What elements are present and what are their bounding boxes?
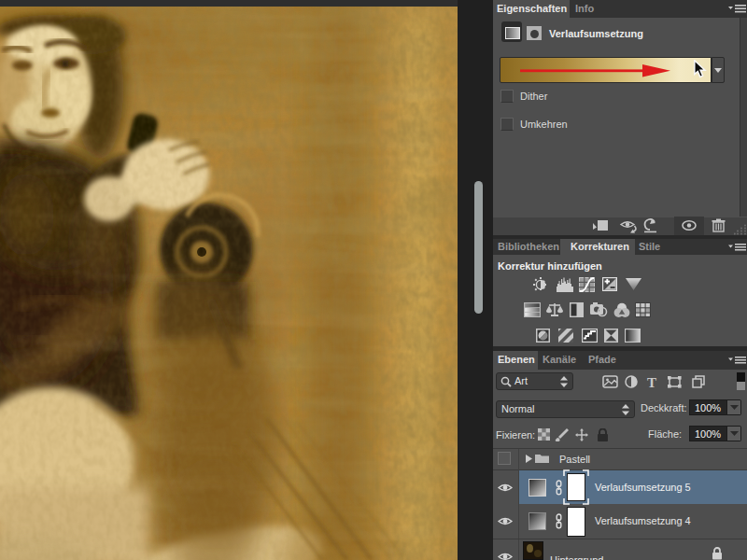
svg-text:T: T [647, 375, 656, 390]
